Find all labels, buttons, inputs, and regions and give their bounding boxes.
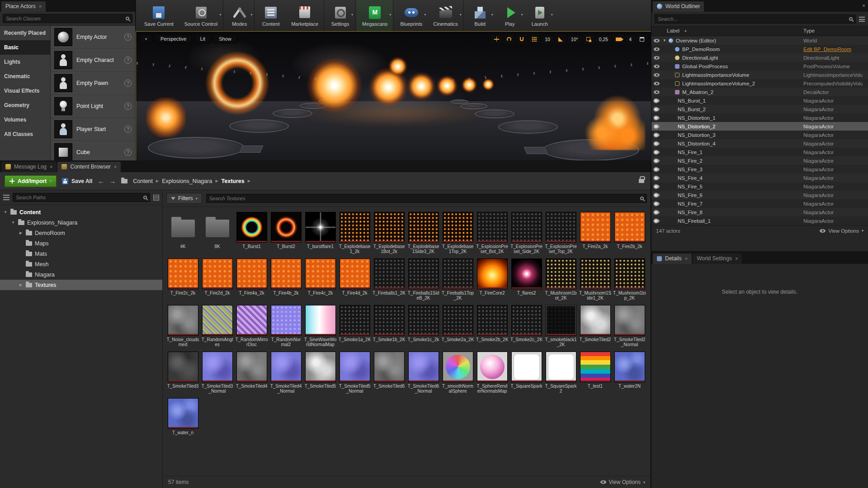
outliner-row[interactable]: BP_DemoRoom Edit BP_DemoRoom xyxy=(651,45,868,53)
asset-tile[interactable]: T_Fire2b_2k xyxy=(613,212,646,254)
asset-tile[interactable]: T_Explodebase1_2k xyxy=(338,212,371,254)
expander-icon[interactable] xyxy=(19,283,23,287)
outliner-row[interactable]: NS_Fire_2 NiagaraActor xyxy=(651,156,868,165)
place-category[interactable]: Volumes xyxy=(0,113,50,127)
asset-tile[interactable]: T_FireCore2 xyxy=(476,258,509,300)
tree-folder[interactable]: Explosions_Niagara xyxy=(0,217,162,228)
asset-tile[interactable]: T_Smoke1b_2K xyxy=(373,305,406,347)
actor-type[interactable]: Edit BP_DemoRoom xyxy=(803,47,863,52)
place-actor-item[interactable]: Point Light ? xyxy=(51,95,135,118)
asset-tile[interactable]: T_Explodebase1Top_2K xyxy=(441,212,474,254)
tab-world-outliner[interactable]: World Outliner xyxy=(653,1,704,12)
place-actor-item[interactable]: Empty Actor ? xyxy=(51,26,135,49)
tab-place-actors[interactable]: Place Actors × xyxy=(1,1,46,12)
toolbar-button[interactable]: Source Control ▾ xyxy=(179,0,223,31)
asset-tile[interactable]: 4K xyxy=(166,212,199,254)
view-options-button[interactable]: View Options ▾ xyxy=(820,228,863,234)
tab-details[interactable]: Details × xyxy=(653,253,692,264)
outliner-row[interactable]: DirectionalLight DirectionalLight xyxy=(651,53,868,62)
asset-tile[interactable]: T_ExplosionPreset_Bot_2K xyxy=(476,212,509,254)
asset-tile[interactable]: T_Burst1 xyxy=(235,212,268,254)
tree-folder[interactable]: Content xyxy=(0,207,162,217)
visibility-eye-icon[interactable] xyxy=(654,39,660,42)
asset-tile[interactable]: T_test1 xyxy=(579,352,612,394)
search-classes-input[interactable] xyxy=(6,16,123,21)
asset-tile[interactable]: T_Smoke1c_2k xyxy=(407,305,440,347)
caret-down-icon[interactable]: ▾ xyxy=(521,13,523,17)
asset-tile[interactable]: T_Fire2d_2k xyxy=(201,258,234,300)
actor-type[interactable]: DirectionalLight xyxy=(803,55,863,61)
toolbar-button[interactable]: Play ▾ xyxy=(495,0,525,31)
actor-type[interactable]: NiagaraActor xyxy=(803,98,863,103)
asset-tile[interactable]: T_Mushroom1bot_2K xyxy=(544,258,577,300)
caret-down-icon[interactable]: ▾ xyxy=(424,13,426,17)
expander-icon[interactable] xyxy=(663,38,669,42)
expander-icon[interactable] xyxy=(3,210,8,214)
place-category[interactable]: Recently Placed xyxy=(0,26,50,40)
visibility-eye-icon[interactable] xyxy=(654,82,660,85)
tab-world-settings[interactable]: World Settings × xyxy=(693,253,742,264)
actor-type[interactable]: PostProcessVolume xyxy=(803,64,863,69)
outliner-row[interactable]: LightmassImportanceVolume_2 PrecomputedV… xyxy=(651,79,868,88)
camera-speed-button[interactable] xyxy=(613,34,624,44)
asset-tile[interactable]: T_SmokeTiled4 xyxy=(235,352,268,394)
folder-icon[interactable] xyxy=(121,179,127,183)
asset-tile[interactable]: T_Burst2 xyxy=(269,212,302,254)
asset-tile[interactable]: T_Noise_cloudsmed xyxy=(166,305,199,347)
outliner-row[interactable]: NS_Fire_3 NiagaraActor xyxy=(651,165,868,174)
asset-tile[interactable]: T_SmokeTiled3 xyxy=(166,352,199,394)
actor-type[interactable]: NiagaraActor xyxy=(803,210,863,215)
asset-tile[interactable]: T_SmokeTiled4_Normal xyxy=(269,352,302,394)
grid-snap-value[interactable]: 10 xyxy=(542,35,553,43)
tree-folder[interactable]: Mats xyxy=(0,249,162,259)
outliner-row[interactable]: NS_Fire_4 NiagaraActor xyxy=(651,174,868,182)
toolbar-button[interactable]: Marketplace ▾ xyxy=(286,0,324,31)
toolbar-button[interactable]: Launch ▾ xyxy=(525,0,555,31)
actor-type[interactable]: NiagaraActor xyxy=(803,192,863,198)
visibility-eye-icon[interactable] xyxy=(654,47,660,51)
back-button[interactable]: ← xyxy=(98,178,104,184)
asset-tile[interactable]: T_SquareSpark2 xyxy=(544,352,577,394)
asset-tile[interactable]: T_flares2 xyxy=(510,258,543,300)
breadcrumb-item[interactable]: Textures xyxy=(222,178,245,184)
outliner-row[interactable]: NS_Distortion_1 NiagaraActor xyxy=(651,113,868,122)
asset-tile[interactable]: T_Explodebase1Bot_2k xyxy=(373,212,406,254)
asset-tile[interactable]: T_Fire4b_2k xyxy=(269,258,302,300)
toolbar-button[interactable]: Save Current ▾ xyxy=(139,0,179,31)
sources-toggle-icon[interactable] xyxy=(3,195,9,200)
rotate-snap-button[interactable] xyxy=(504,34,514,44)
tree-folder[interactable]: Niagara xyxy=(0,269,162,280)
actor-type[interactable]: NiagaraActor xyxy=(803,132,863,138)
caret-down-icon[interactable]: ▾ xyxy=(250,13,252,17)
asset-tile[interactable]: T_Fire4a_2k xyxy=(235,258,268,300)
perspective-button[interactable]: Perspective xyxy=(155,34,192,43)
breadcrumb-item[interactable]: Content xyxy=(133,178,153,184)
actor-type[interactable]: NiagaraActor xyxy=(803,141,863,146)
add-import-button[interactable]: Add/Import ▾ xyxy=(5,175,57,187)
save-all-button[interactable]: Save All xyxy=(62,178,92,184)
caret-down-icon[interactable]: ▾ xyxy=(389,13,391,17)
caret-down-icon[interactable]: ▾ xyxy=(551,13,553,17)
actor-type[interactable]: NiagaraActor xyxy=(803,107,863,112)
close-icon[interactable]: × xyxy=(685,256,688,261)
asset-tile[interactable]: T_water_n xyxy=(166,398,199,435)
filters-button[interactable]: Filters ▾ xyxy=(166,193,202,204)
asset-tile[interactable]: T_RandomAngles xyxy=(201,305,234,347)
lit-button[interactable]: Lit xyxy=(195,34,211,43)
tree-folder[interactable]: DemoRoom xyxy=(0,228,162,238)
actor-type[interactable]: NiagaraActor xyxy=(803,201,863,206)
toolbar-button[interactable]: Blueprints ▾ xyxy=(395,0,428,31)
actor-type[interactable]: PrecomputedVisibilityVolume xyxy=(803,81,863,86)
asset-tile[interactable]: T_burstflare1 xyxy=(304,212,337,254)
list-view-icon[interactable] xyxy=(153,195,159,201)
tab-message-log[interactable]: Message Log × xyxy=(1,162,57,172)
asset-tile[interactable]: T_Fire2c_2k xyxy=(166,258,199,300)
asset-tile[interactable]: T_Smoke2c_2K xyxy=(510,305,543,347)
actor-type[interactable]: DecalActor xyxy=(803,89,863,95)
asset-tile[interactable]: T_SmokeTiled5_Normal xyxy=(338,352,371,394)
asset-tile[interactable]: T_SmokeTiled3_Normal xyxy=(201,352,234,394)
search-paths-input[interactable] xyxy=(16,195,141,200)
scale-snap-value[interactable]: 0,25 xyxy=(596,35,611,43)
asset-tile[interactable]: T_SphereRenderNormalsMap xyxy=(476,352,509,394)
actor-type[interactable]: NiagaraActor xyxy=(803,184,863,189)
